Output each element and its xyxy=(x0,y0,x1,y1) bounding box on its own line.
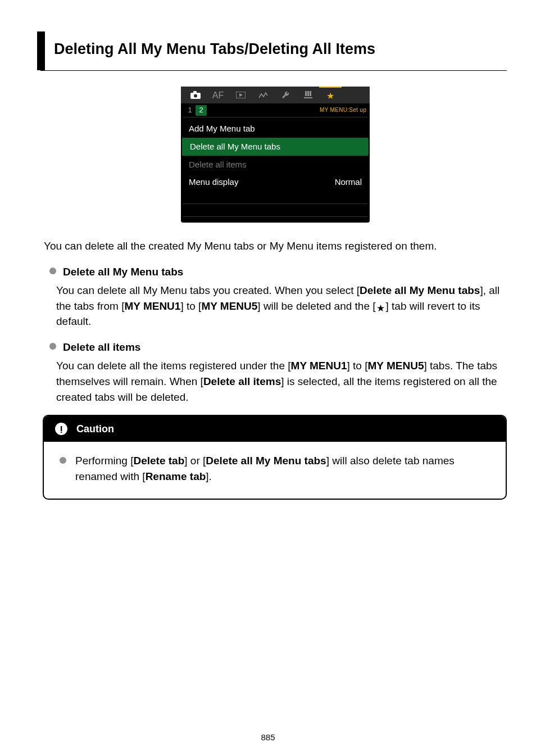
text: You can delete all My Menu tabs you crea… xyxy=(56,284,360,296)
section-delete-tabs-heading: Delete all My Menu tabs xyxy=(49,264,507,280)
camera-icon xyxy=(184,87,207,103)
menu-item-delete-tabs: Delete all My Menu tabs xyxy=(182,138,369,156)
menu-item-add: Add My Menu tab xyxy=(181,120,370,138)
menu-item-delete-items: Delete all items xyxy=(181,156,370,174)
section-delete-items-heading: Delete all items xyxy=(49,339,507,355)
wireless-icon xyxy=(252,87,274,103)
bold-text: Delete all My Menu tabs xyxy=(360,284,480,296)
menu-item-label: Delete all items xyxy=(189,159,362,171)
bullet-dot-icon xyxy=(60,457,66,464)
bold-text: MY MENU5 xyxy=(368,360,424,372)
intro-paragraph: You can delete all the created My Menu t… xyxy=(44,238,507,254)
text: Performing [ xyxy=(75,455,133,467)
wrench-icon xyxy=(274,87,297,103)
menu-item-label: Delete all My Menu tabs xyxy=(190,141,361,153)
svg-rect-5 xyxy=(305,91,307,96)
text: ] to [ xyxy=(180,300,201,312)
caution-title: Caution xyxy=(76,422,114,436)
section-delete-tabs-body: You can delete all My Menu tabs you crea… xyxy=(56,283,507,329)
caution-heading: i Caution xyxy=(44,416,506,442)
heading-text: Deleting All My Menu Tabs/Deleting All I… xyxy=(54,38,500,60)
caution-body: Performing [Delete tab] or [Delete all M… xyxy=(44,442,506,499)
svg-rect-8 xyxy=(304,97,312,98)
menu-items-list: Add My Menu tab Delete all My Menu tabs … xyxy=(181,117,370,223)
menu-item-label: Add My Menu tab xyxy=(189,123,362,135)
bold-text: Delete all My Menu tabs xyxy=(206,455,326,467)
menu-item-menu-display: Menu display Normal xyxy=(181,173,370,191)
subtab-1: 1 xyxy=(184,105,196,116)
bold-text: Delete tab xyxy=(133,455,184,467)
svg-rect-7 xyxy=(310,91,311,96)
menu-item-value: Normal xyxy=(335,176,362,188)
text: ]. xyxy=(206,470,212,482)
bullet-dot-icon xyxy=(49,343,56,350)
bold-text: MY MENU1 xyxy=(124,300,180,312)
bold-text: MY MENU1 xyxy=(291,360,347,372)
subtab-2: 2 xyxy=(196,105,207,116)
play-icon xyxy=(229,87,252,103)
caution-icon: i xyxy=(55,423,67,435)
svg-rect-6 xyxy=(307,91,309,96)
camera-menu-screenshot: AF ★ 1 2 MY MENU:Set up Add My Menu t xyxy=(181,87,370,223)
menu-subtabs-row: 1 2 MY MENU:Set up xyxy=(181,103,370,117)
text: ] will be deleted and the [ xyxy=(257,300,375,312)
star-icon: ★ xyxy=(319,87,342,103)
section-delete-items-body: You can delete all the items registered … xyxy=(56,358,507,405)
svg-rect-1 xyxy=(193,91,197,93)
text: ] to [ xyxy=(347,360,368,372)
caution-text: Performing [Delete tab] or [Delete all M… xyxy=(75,453,493,484)
page-number: 885 xyxy=(0,731,536,744)
heading-side-bar xyxy=(37,31,45,70)
bullet-dot-icon xyxy=(49,268,56,274)
menu-tabs-row: AF ★ xyxy=(181,87,370,103)
section-title: Delete all My Menu tabs xyxy=(63,264,183,280)
text: ] or [ xyxy=(184,455,206,467)
text: You can delete all the items registered … xyxy=(56,360,291,372)
bold-text: Rename tab xyxy=(146,470,206,482)
custom-icon xyxy=(297,87,319,103)
af-tab-label: AF xyxy=(207,87,229,103)
section-heading: Deleting All My Menu Tabs/Deleting All I… xyxy=(40,31,507,71)
menu-item-label: Menu display xyxy=(189,176,335,188)
svg-point-2 xyxy=(194,94,197,98)
section-title: Delete all items xyxy=(63,339,140,355)
svg-marker-4 xyxy=(239,93,243,97)
caution-box: i Caution Performing [Delete tab] or [De… xyxy=(43,415,507,500)
subtab-section-label: MY MENU:Set up xyxy=(320,106,366,115)
bold-text: Delete all items xyxy=(203,375,281,387)
star-inline-icon: ★ xyxy=(376,304,386,314)
bold-text: MY MENU5 xyxy=(201,300,257,312)
